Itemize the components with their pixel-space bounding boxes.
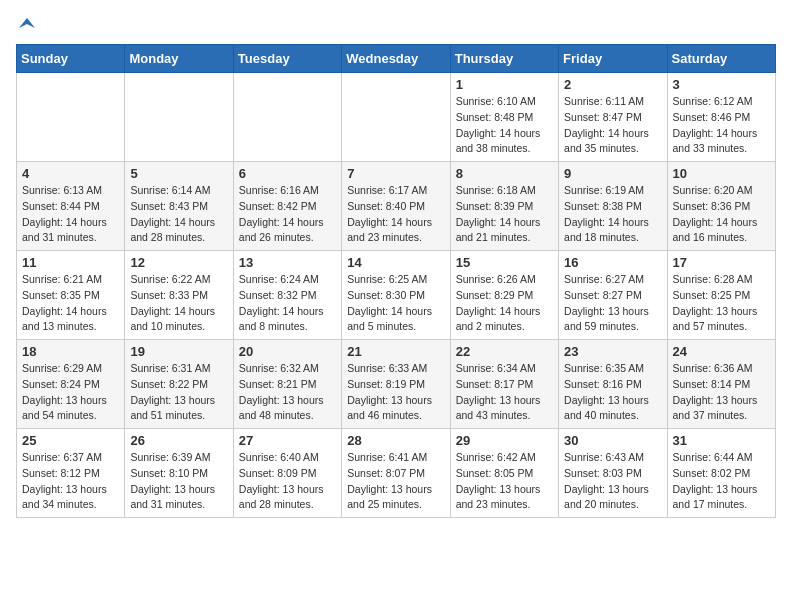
day-info: Sunrise: 6:14 AM Sunset: 8:43 PM Dayligh… [130, 183, 227, 246]
day-number: 2 [564, 77, 661, 92]
day-info: Sunrise: 6:26 AM Sunset: 8:29 PM Dayligh… [456, 272, 553, 335]
day-number: 23 [564, 344, 661, 359]
day-number: 7 [347, 166, 444, 181]
day-info: Sunrise: 6:34 AM Sunset: 8:17 PM Dayligh… [456, 361, 553, 424]
day-info: Sunrise: 6:17 AM Sunset: 8:40 PM Dayligh… [347, 183, 444, 246]
day-info: Sunrise: 6:18 AM Sunset: 8:39 PM Dayligh… [456, 183, 553, 246]
day-number: 18 [22, 344, 119, 359]
day-cell-23: 23Sunrise: 6:35 AM Sunset: 8:16 PM Dayli… [559, 340, 667, 429]
day-number: 29 [456, 433, 553, 448]
day-cell-13: 13Sunrise: 6:24 AM Sunset: 8:32 PM Dayli… [233, 251, 341, 340]
day-cell-6: 6Sunrise: 6:16 AM Sunset: 8:42 PM Daylig… [233, 162, 341, 251]
day-info: Sunrise: 6:31 AM Sunset: 8:22 PM Dayligh… [130, 361, 227, 424]
day-info: Sunrise: 6:19 AM Sunset: 8:38 PM Dayligh… [564, 183, 661, 246]
day-info: Sunrise: 6:12 AM Sunset: 8:46 PM Dayligh… [673, 94, 770, 157]
day-info: Sunrise: 6:11 AM Sunset: 8:47 PM Dayligh… [564, 94, 661, 157]
day-cell-11: 11Sunrise: 6:21 AM Sunset: 8:35 PM Dayli… [17, 251, 125, 340]
day-cell-28: 28Sunrise: 6:41 AM Sunset: 8:07 PM Dayli… [342, 429, 450, 518]
header-cell-friday: Friday [559, 45, 667, 73]
svg-marker-0 [19, 18, 35, 28]
week-row-1: 1Sunrise: 6:10 AM Sunset: 8:48 PM Daylig… [17, 73, 776, 162]
day-info: Sunrise: 6:10 AM Sunset: 8:48 PM Dayligh… [456, 94, 553, 157]
day-info: Sunrise: 6:27 AM Sunset: 8:27 PM Dayligh… [564, 272, 661, 335]
day-cell-16: 16Sunrise: 6:27 AM Sunset: 8:27 PM Dayli… [559, 251, 667, 340]
day-number: 4 [22, 166, 119, 181]
day-number: 16 [564, 255, 661, 270]
day-cell-10: 10Sunrise: 6:20 AM Sunset: 8:36 PM Dayli… [667, 162, 775, 251]
week-row-2: 4Sunrise: 6:13 AM Sunset: 8:44 PM Daylig… [17, 162, 776, 251]
header [16, 16, 776, 32]
day-info: Sunrise: 6:40 AM Sunset: 8:09 PM Dayligh… [239, 450, 336, 513]
header-row: SundayMondayTuesdayWednesdayThursdayFrid… [17, 45, 776, 73]
day-number: 20 [239, 344, 336, 359]
day-cell-15: 15Sunrise: 6:26 AM Sunset: 8:29 PM Dayli… [450, 251, 558, 340]
day-info: Sunrise: 6:16 AM Sunset: 8:42 PM Dayligh… [239, 183, 336, 246]
day-cell-1: 1Sunrise: 6:10 AM Sunset: 8:48 PM Daylig… [450, 73, 558, 162]
day-cell-18: 18Sunrise: 6:29 AM Sunset: 8:24 PM Dayli… [17, 340, 125, 429]
calendar-table: SundayMondayTuesdayWednesdayThursdayFrid… [16, 44, 776, 518]
day-info: Sunrise: 6:36 AM Sunset: 8:14 PM Dayligh… [673, 361, 770, 424]
day-cell-31: 31Sunrise: 6:44 AM Sunset: 8:02 PM Dayli… [667, 429, 775, 518]
day-number: 10 [673, 166, 770, 181]
header-cell-saturday: Saturday [667, 45, 775, 73]
day-cell-21: 21Sunrise: 6:33 AM Sunset: 8:19 PM Dayli… [342, 340, 450, 429]
day-number: 12 [130, 255, 227, 270]
day-cell-12: 12Sunrise: 6:22 AM Sunset: 8:33 PM Dayli… [125, 251, 233, 340]
day-number: 6 [239, 166, 336, 181]
day-info: Sunrise: 6:29 AM Sunset: 8:24 PM Dayligh… [22, 361, 119, 424]
day-cell-29: 29Sunrise: 6:42 AM Sunset: 8:05 PM Dayli… [450, 429, 558, 518]
day-number: 31 [673, 433, 770, 448]
day-info: Sunrise: 6:33 AM Sunset: 8:19 PM Dayligh… [347, 361, 444, 424]
day-cell-22: 22Sunrise: 6:34 AM Sunset: 8:17 PM Dayli… [450, 340, 558, 429]
day-number: 22 [456, 344, 553, 359]
day-number: 1 [456, 77, 553, 92]
day-number: 3 [673, 77, 770, 92]
day-cell-7: 7Sunrise: 6:17 AM Sunset: 8:40 PM Daylig… [342, 162, 450, 251]
day-info: Sunrise: 6:39 AM Sunset: 8:10 PM Dayligh… [130, 450, 227, 513]
day-cell-30: 30Sunrise: 6:43 AM Sunset: 8:03 PM Dayli… [559, 429, 667, 518]
day-cell-25: 25Sunrise: 6:37 AM Sunset: 8:12 PM Dayli… [17, 429, 125, 518]
day-number: 24 [673, 344, 770, 359]
day-info: Sunrise: 6:41 AM Sunset: 8:07 PM Dayligh… [347, 450, 444, 513]
day-number: 25 [22, 433, 119, 448]
day-info: Sunrise: 6:35 AM Sunset: 8:16 PM Dayligh… [564, 361, 661, 424]
week-row-4: 18Sunrise: 6:29 AM Sunset: 8:24 PM Dayli… [17, 340, 776, 429]
day-cell-9: 9Sunrise: 6:19 AM Sunset: 8:38 PM Daylig… [559, 162, 667, 251]
day-info: Sunrise: 6:13 AM Sunset: 8:44 PM Dayligh… [22, 183, 119, 246]
day-cell-empty [125, 73, 233, 162]
day-number: 11 [22, 255, 119, 270]
day-cell-3: 3Sunrise: 6:12 AM Sunset: 8:46 PM Daylig… [667, 73, 775, 162]
day-info: Sunrise: 6:20 AM Sunset: 8:36 PM Dayligh… [673, 183, 770, 246]
day-number: 15 [456, 255, 553, 270]
day-cell-empty [342, 73, 450, 162]
day-info: Sunrise: 6:44 AM Sunset: 8:02 PM Dayligh… [673, 450, 770, 513]
day-cell-19: 19Sunrise: 6:31 AM Sunset: 8:22 PM Dayli… [125, 340, 233, 429]
day-number: 8 [456, 166, 553, 181]
day-number: 26 [130, 433, 227, 448]
day-cell-empty [233, 73, 341, 162]
day-number: 9 [564, 166, 661, 181]
header-cell-sunday: Sunday [17, 45, 125, 73]
header-cell-monday: Monday [125, 45, 233, 73]
header-cell-thursday: Thursday [450, 45, 558, 73]
day-number: 19 [130, 344, 227, 359]
day-cell-8: 8Sunrise: 6:18 AM Sunset: 8:39 PM Daylig… [450, 162, 558, 251]
day-number: 27 [239, 433, 336, 448]
day-number: 17 [673, 255, 770, 270]
day-info: Sunrise: 6:32 AM Sunset: 8:21 PM Dayligh… [239, 361, 336, 424]
day-number: 30 [564, 433, 661, 448]
day-number: 13 [239, 255, 336, 270]
day-cell-17: 17Sunrise: 6:28 AM Sunset: 8:25 PM Dayli… [667, 251, 775, 340]
logo-bird-icon [17, 14, 35, 32]
day-info: Sunrise: 6:24 AM Sunset: 8:32 PM Dayligh… [239, 272, 336, 335]
day-info: Sunrise: 6:22 AM Sunset: 8:33 PM Dayligh… [130, 272, 227, 335]
day-cell-5: 5Sunrise: 6:14 AM Sunset: 8:43 PM Daylig… [125, 162, 233, 251]
day-cell-4: 4Sunrise: 6:13 AM Sunset: 8:44 PM Daylig… [17, 162, 125, 251]
day-cell-empty [17, 73, 125, 162]
day-number: 14 [347, 255, 444, 270]
day-cell-20: 20Sunrise: 6:32 AM Sunset: 8:21 PM Dayli… [233, 340, 341, 429]
day-info: Sunrise: 6:25 AM Sunset: 8:30 PM Dayligh… [347, 272, 444, 335]
day-number: 5 [130, 166, 227, 181]
logo [16, 16, 35, 32]
day-number: 28 [347, 433, 444, 448]
